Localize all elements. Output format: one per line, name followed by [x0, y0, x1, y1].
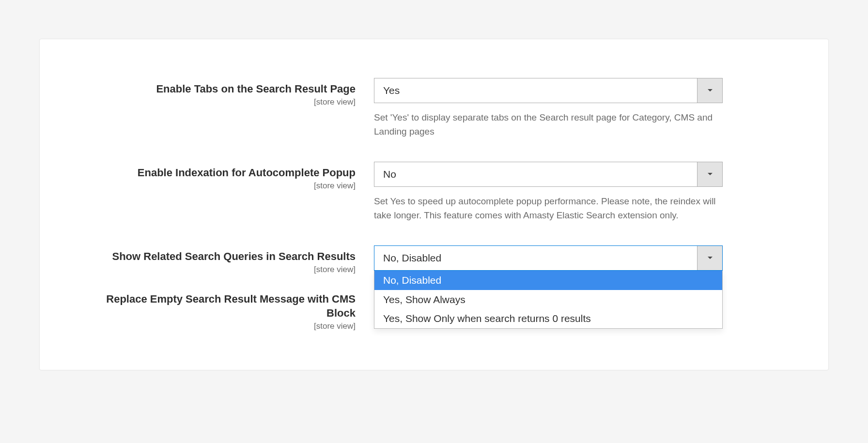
dropdown-option-yes-zero[interactable]: Yes, Show Only when search returns 0 res… — [374, 309, 722, 328]
select-value[interactable]: No, Disabled — [374, 246, 697, 270]
field-show-related: Show Related Search Queries in Search Re… — [98, 245, 770, 275]
dropdown-option-yes-always[interactable]: Yes, Show Always — [374, 290, 722, 309]
control-column: No Set Yes to speed up autocomplete popu… — [374, 162, 723, 222]
field-scope: [store view] — [98, 181, 356, 191]
field-enable-tabs: Enable Tabs on the Search Result Page [s… — [98, 78, 770, 138]
label-column: Replace Empty Search Result Message with… — [98, 288, 374, 331]
settings-panel: Enable Tabs on the Search Result Page [s… — [39, 39, 829, 370]
field-helper: Set 'Yes' to display separate tabs on th… — [374, 111, 723, 138]
select-value[interactable]: No — [374, 162, 697, 186]
field-label: Replace Empty Search Result Message with… — [98, 292, 356, 321]
field-scope: [store view] — [98, 265, 356, 275]
control-column: No, Disabled No, Disabled Yes, Show Alwa… — [374, 245, 723, 271]
field-scope: [store view] — [98, 321, 356, 331]
control-column: Yes Set 'Yes' to display separate tabs o… — [374, 78, 723, 138]
label-column: Show Related Search Queries in Search Re… — [98, 245, 374, 275]
label-column: Enable Tabs on the Search Result Page [s… — [98, 78, 374, 107]
select-value[interactable]: Yes — [374, 78, 697, 103]
dropdown-arrow-icon[interactable] — [697, 78, 722, 103]
dropdown-arrow-icon[interactable] — [697, 162, 722, 186]
field-enable-indexation: Enable Indexation for Autocomplete Popup… — [98, 162, 770, 222]
field-label: Enable Indexation for Autocomplete Popup — [98, 166, 356, 180]
field-scope: [store view] — [98, 97, 356, 107]
dropdown-option-no-disabled[interactable]: No, Disabled — [374, 271, 722, 290]
enable-tabs-select[interactable]: Yes — [374, 78, 723, 103]
enable-indexation-select[interactable]: No — [374, 162, 723, 187]
show-related-select[interactable]: No, Disabled — [374, 245, 723, 271]
dropdown-arrow-icon[interactable] — [697, 246, 722, 270]
field-label: Show Related Search Queries in Search Re… — [98, 249, 356, 264]
show-related-dropdown: No, Disabled Yes, Show Always Yes, Show … — [374, 271, 723, 329]
label-column: Enable Indexation for Autocomplete Popup… — [98, 162, 374, 191]
field-label: Enable Tabs on the Search Result Page — [98, 82, 356, 96]
field-helper: Set Yes to speed up autocomplete popup p… — [374, 195, 723, 222]
